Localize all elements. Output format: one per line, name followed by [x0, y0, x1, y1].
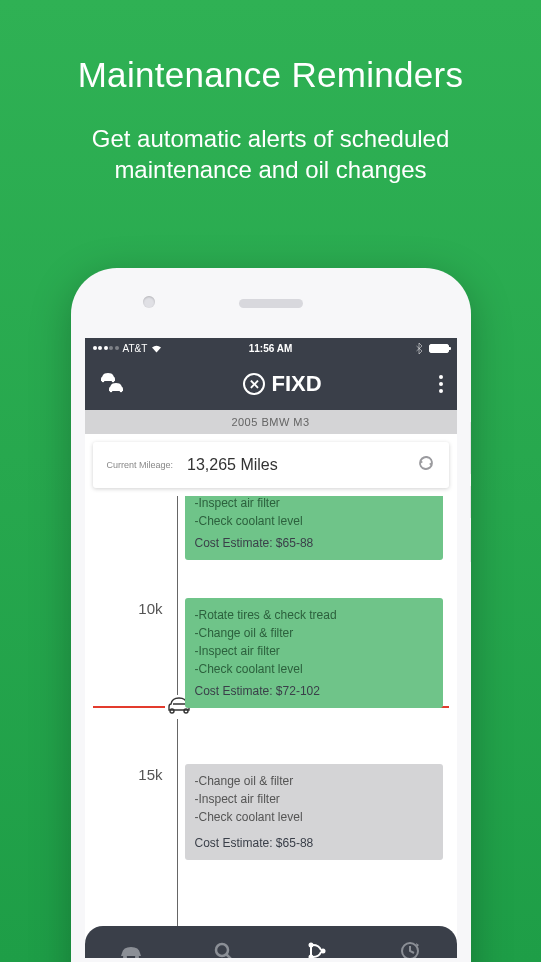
- milestone-row: -Inspect air filter -Check coolant level…: [85, 496, 443, 560]
- milestone-item: -Change oil & filter: [195, 624, 433, 642]
- refresh-icon[interactable]: [417, 454, 435, 476]
- mileage-card: Current Mileage: 13,265 Miles: [93, 442, 449, 488]
- milestone-label: 15k: [85, 764, 185, 860]
- timeline[interactable]: -Inspect air filter -Check coolant level…: [85, 496, 457, 926]
- menu-icon[interactable]: [439, 375, 443, 393]
- app-logo: ✕ FIXD: [137, 371, 429, 397]
- vehicles-icon[interactable]: [99, 373, 127, 395]
- mileage-value: 13,265 Miles: [187, 456, 402, 474]
- milestone-item: -Check coolant level: [195, 512, 433, 530]
- milestone-item: -Change oil & filter: [195, 772, 433, 790]
- hero-title: Maintenance Reminders: [0, 0, 541, 95]
- signal-icon: [93, 346, 119, 350]
- clock: 11:56 AM: [249, 343, 293, 354]
- milestone-row: 10k -Rotate tires & check tread -Change …: [85, 598, 443, 708]
- milestone-item: -Inspect air filter: [195, 496, 433, 512]
- milestone-item: -Check coolant level: [195, 660, 433, 678]
- bluetooth-icon: [416, 343, 423, 354]
- mileage-label: Current Mileage:: [107, 460, 174, 470]
- tab-timeline[interactable]: Timeline: [271, 926, 364, 958]
- svg-point-5: [184, 709, 188, 713]
- svg-point-1: [111, 380, 114, 383]
- wrench-icon: ✕: [243, 373, 265, 395]
- svg-point-12: [309, 955, 314, 959]
- milestone-card[interactable]: -Change oil & filter -Inspect air filter…: [185, 764, 443, 860]
- tab-condition[interactable]: Condition: [85, 926, 178, 958]
- milestone-card[interactable]: -Rotate tires & check tread -Change oil …: [185, 598, 443, 708]
- tab-wear-items[interactable]: Wear Items: [364, 926, 457, 958]
- carrier-label: AT&T: [123, 343, 148, 354]
- svg-point-2: [109, 390, 112, 393]
- status-bar: AT&T 11:56 AM: [85, 338, 457, 358]
- milestone-label: 10k: [85, 598, 185, 708]
- milestone-label: [85, 496, 185, 560]
- hero-subtitle: Get automatic alerts of scheduled mainte…: [0, 95, 541, 185]
- cost-estimate: Cost Estimate: $65-88: [195, 530, 433, 552]
- phone-side-button: [470, 422, 471, 474]
- milestone-item: -Inspect air filter: [195, 790, 433, 808]
- wifi-icon: [151, 344, 162, 353]
- phone-side-button: [470, 486, 471, 518]
- app-header: ✕ FIXD: [85, 358, 457, 410]
- svg-point-10: [309, 943, 314, 948]
- phone-camera-icon: [143, 296, 155, 308]
- svg-point-0: [101, 380, 104, 383]
- milestone-row: 15k -Change oil & filter -Inspect air fi…: [85, 764, 443, 860]
- vehicle-label: 2005 BMW M3: [85, 410, 457, 434]
- phone-screen: AT&T 11:56 AM ✕ FIXD 2005 BMW M3: [85, 338, 457, 958]
- svg-point-3: [119, 390, 122, 393]
- milestone-item: -Check coolant level: [195, 808, 433, 826]
- milestone-card[interactable]: -Inspect air filter -Check coolant level…: [185, 496, 443, 560]
- cost-estimate: Cost Estimate: $65-88: [195, 826, 433, 852]
- milestone-item: -Rotate tires & check tread: [195, 606, 433, 624]
- svg-point-4: [170, 709, 174, 713]
- cost-estimate: Cost Estimate: $72-102: [195, 678, 433, 700]
- phone-side-button: [470, 530, 471, 562]
- milestone-item: -Inspect air filter: [195, 642, 433, 660]
- tab-bar: Condition Details Timeline Wear Items: [85, 926, 457, 958]
- phone-top-bezel: [71, 268, 471, 338]
- battery-icon: [429, 344, 449, 353]
- phone-speaker-icon: [239, 299, 303, 308]
- svg-line-9: [226, 954, 232, 958]
- tab-details[interactable]: Details: [178, 926, 271, 958]
- phone-mockup: AT&T 11:56 AM ✕ FIXD 2005 BMW M3: [71, 268, 471, 962]
